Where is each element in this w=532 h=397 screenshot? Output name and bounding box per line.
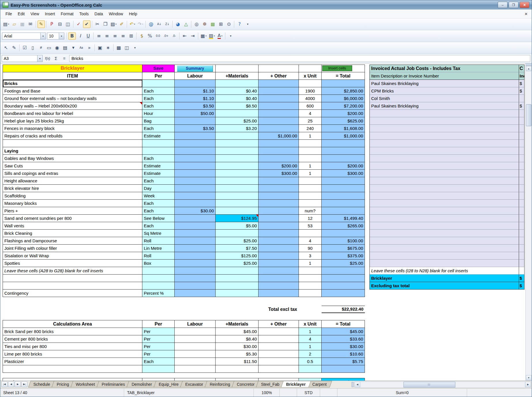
cell-total[interactable] [322,275,365,282]
cell-labour[interactable] [175,282,216,290]
push-button-icon[interactable]: ▭ [45,44,53,52]
cell-item[interactable]: Brick Sand per 800 bricks [3,328,142,335]
cell-labour[interactable] [175,365,216,373]
cell-item[interactable]: Ties and misc per 800 [3,343,142,350]
auto-spellcheck-icon[interactable]: ✔ [83,20,90,28]
invoice-cell-amount[interactable] [519,222,525,230]
sheet-tab-preliminaries[interactable]: Preliminaries [97,381,130,387]
cell-other[interactable] [259,260,299,267]
text-box-icon[interactable]: ▯ [29,44,37,52]
cell-labour[interactable] [175,290,216,297]
cell-labour[interactable] [175,117,216,125]
merge-cells-icon[interactable]: ⊞ [127,32,135,40]
cell-unit[interactable]: 0.5 [299,358,322,365]
cell-other[interactable] [259,110,299,117]
cell-unit[interactable]: 1 [299,162,322,170]
cell-labour[interactable] [175,358,216,365]
menu-item-tools[interactable]: Tools [76,10,92,17]
insert-hyperlink-icon[interactable]: @ [147,20,155,28]
cell-other[interactable] [259,358,299,365]
delete-decimal-place-icon[interactable]: .0- [170,32,178,40]
cell-per[interactable] [142,80,175,87]
cell-unit[interactable] [299,185,322,192]
invoice-cell-description[interactable] [370,260,519,267]
summary-button[interactable]: Summary [177,65,213,72]
cell-item[interactable]: Brick elevator hire [3,185,142,192]
sort-ascending-icon[interactable]: A↓ [155,20,163,28]
cell-item[interactable]: Joint Filling with colour filler [3,245,142,252]
menu-item-file[interactable]: File [3,10,15,17]
design-mode-icon[interactable]: ✎ [10,44,18,52]
cell-labour[interactable] [175,140,216,147]
cell-total[interactable]: $625.00 [322,117,365,125]
cell-total[interactable]: $2,850.00 [322,87,365,95]
invoice-partial-subheader[interactable]: Inc [519,72,525,80]
invoice-cell-amount[interactable] [519,117,525,125]
sheet-tab-bricklayer[interactable]: Bricklayer [281,381,311,387]
invoice-cell-description[interactable]: CPM Bricks [370,87,519,95]
cell-other[interactable] [259,252,299,260]
dropdown-icon[interactable]: ▾ [8,23,9,25]
sheet-tab-carpent[interactable]: Carpent [307,381,332,387]
cell-per[interactable]: Each [142,155,175,162]
invoice-cell-description[interactable] [370,200,519,207]
cell-unit[interactable]: 240 [299,125,322,132]
cell-item[interactable]: Sisalation or Wall Wrap [3,252,142,260]
scroll-left-icon[interactable]: ◀ [354,382,360,387]
invoice-cell-amount[interactable] [519,207,525,215]
cell-unit[interactable] [299,80,322,87]
cell-labour[interactable]: $3.50 [175,102,216,110]
invoice-cell-amount[interactable] [519,185,525,192]
cell-unit[interactable]: num? [299,207,322,215]
dropdown-icon[interactable]: ▾ [116,23,117,25]
cell-total[interactable] [322,282,365,290]
sheet-tab-worksheet[interactable]: Worksheet [71,381,100,387]
invoice-cell-description[interactable] [370,110,519,117]
menu-item-format[interactable]: Format [58,10,76,17]
cell-materials[interactable] [216,185,259,192]
previous-sheet-button[interactable]: ◀ [8,381,14,387]
cell-total[interactable] [322,155,365,162]
cell-materials[interactable]: $5.00 [216,222,259,230]
cell-labour[interactable]: $1.10 [175,87,216,95]
cell-item[interactable]: Sills and copings and extras [3,170,142,177]
cell-total[interactable]: $5.75 [322,358,365,365]
menu-item-view[interactable]: View [28,10,42,17]
cell-item[interactable]: Cement per 800 bricks [3,335,142,343]
font-color-icon[interactable]: A▾ [216,32,224,40]
invoice-cell-amount[interactable] [519,162,525,170]
cell-other[interactable] [259,237,299,245]
cell-per[interactable] [142,140,175,147]
invoice-cell-description[interactable] [370,125,519,132]
number-format-currency-icon[interactable]: $ [138,32,146,40]
cell-materials[interactable] [216,155,259,162]
invoice-cell-description[interactable] [370,177,519,185]
more-controls-icon[interactable]: » [86,44,93,52]
cell-labour[interactable] [175,252,216,260]
cell-item[interactable] [3,365,142,373]
cell-labour[interactable] [175,378,216,381]
vertical-scrollbar[interactable]: ▲ ▼ [525,63,532,381]
cell-other[interactable] [259,245,299,252]
invoice-cell-amount[interactable] [519,200,525,207]
cell-item[interactable]: Lime per 800 bricks [3,350,142,358]
cell-labour[interactable] [175,162,216,170]
cell-labour[interactable] [175,245,216,252]
invoice-cell-amount[interactable] [519,140,525,147]
cell-other[interactable] [259,275,299,282]
sheet-tab-demolisher[interactable]: Demolisher [127,381,157,387]
cell-total[interactable] [322,140,365,147]
minimize-button[interactable]: – [498,2,508,8]
open-icon[interactable]: ▱ [11,20,18,28]
column-header-labour[interactable]: Labour [175,72,216,80]
column-header-other[interactable]: + Other [259,72,299,80]
cell-unit[interactable] [299,230,322,237]
invoice-cell-description[interactable] [370,215,519,222]
cell-unit[interactable]: 53 [299,222,322,230]
invoice-cell-amount[interactable] [519,267,525,275]
cell-materials[interactable] [216,147,259,155]
cell-per[interactable]: Each [142,95,175,102]
cell-materials[interactable]: $5.30 [216,350,259,358]
find-replace-icon[interactable]: ◎ [193,20,200,28]
data-sources-icon[interactable]: ⊞ [217,20,225,28]
